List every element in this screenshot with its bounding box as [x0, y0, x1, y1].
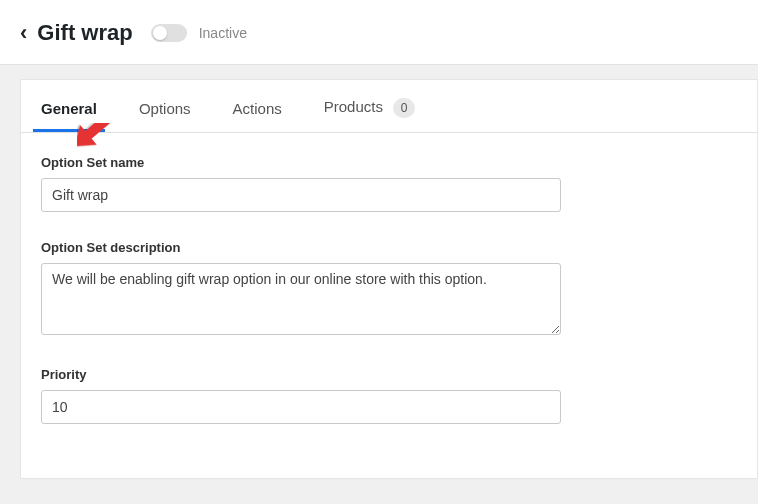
- tab-products[interactable]: Products 0: [324, 80, 415, 132]
- name-label: Option Set name: [41, 155, 737, 170]
- desc-textarea[interactable]: [41, 263, 561, 335]
- field-priority: Priority: [41, 367, 737, 424]
- content-area: General Options Actions Products 0 Optio…: [0, 64, 758, 504]
- desc-label: Option Set description: [41, 240, 737, 255]
- tab-badge: 0: [393, 98, 415, 118]
- page-header: ‹ Gift wrap Inactive: [0, 0, 758, 64]
- field-description: Option Set description: [41, 240, 737, 339]
- name-input[interactable]: [41, 178, 561, 212]
- tab-actions[interactable]: Actions: [233, 82, 282, 131]
- tab-bar: General Options Actions Products 0: [21, 80, 757, 133]
- form-area: Option Set name Option Set description P…: [21, 133, 757, 474]
- tab-general[interactable]: General: [41, 82, 97, 131]
- field-name: Option Set name: [41, 155, 737, 212]
- tab-options[interactable]: Options: [139, 82, 191, 131]
- tab-label: Products: [324, 98, 383, 115]
- priority-label: Priority: [41, 367, 737, 382]
- back-chevron-icon[interactable]: ‹: [20, 20, 27, 46]
- toggle-knob: [153, 26, 167, 40]
- settings-card: General Options Actions Products 0 Optio…: [20, 79, 758, 479]
- active-toggle[interactable]: [151, 24, 187, 42]
- tab-label: Options: [139, 100, 191, 117]
- priority-input[interactable]: [41, 390, 561, 424]
- page-title: Gift wrap: [37, 20, 132, 46]
- status-label: Inactive: [199, 25, 247, 41]
- tab-label: General: [41, 100, 97, 117]
- tab-label: Actions: [233, 100, 282, 117]
